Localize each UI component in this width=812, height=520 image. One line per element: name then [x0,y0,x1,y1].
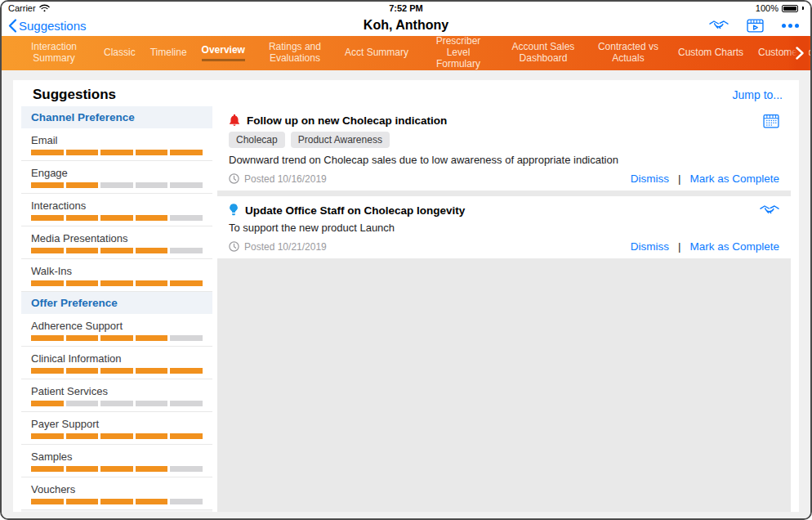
planner-calendar-icon[interactable] [763,114,779,128]
tab-contracted-vs-actuals[interactable]: Contracted vs Actuals [586,38,671,68]
pref-row-payer-support: Payer Support [21,412,212,445]
tag-pill: Product Awareness [291,132,390,148]
media-presentation-icon[interactable] [747,19,764,33]
preference-rating-bar [31,248,203,253]
pref-row-clinical-information: Clinical Information [21,347,212,379]
dismiss-button[interactable]: Dismiss [631,240,669,253]
clock-icon [229,241,239,252]
suggestions-panel: Suggestions Jump to... Channel Preferenc… [13,80,799,512]
action-separator: | [678,173,681,185]
preference-rating-bar [31,401,203,406]
tab-interaction-summary[interactable]: Interaction Summary [11,38,96,68]
preference-rating-bar [31,466,203,472]
suggestion-body: Downward trend on Cholecap sales due to … [229,154,779,166]
clock-time: 7:52 PM [389,3,423,13]
tab-custom-charts[interactable]: Custom Charts [671,44,751,62]
jump-to-link[interactable]: Jump to... [733,88,783,101]
tag-pill: Cholecap [229,132,285,148]
tab-account-sales-dashboard[interactable]: Account Sales Dashboard [501,38,586,68]
preference-rating-bar [31,280,203,286]
battery-icon [782,5,798,12]
mark-complete-button[interactable]: Mark as Complete [689,173,779,185]
preference-rating-bar [31,433,203,439]
action-separator: | [678,240,681,253]
handshake-icon[interactable] [709,19,729,33]
alert-bell-icon [229,114,240,127]
suggestion-title: Update Office Staff on Cholecap longevit… [245,204,465,217]
carrier-label: Carrier [8,3,36,13]
preference-rating-bar [31,150,203,155]
battery-percent: 100% [756,3,779,13]
page-background: Suggestions Jump to... Channel Preferenc… [2,70,810,518]
more-icon[interactable] [782,24,799,28]
preferences-sidebar: Channel Preference Email Engage Interact… [21,106,212,512]
suggestion-card[interactable]: Update Office Staff on Cholecap longevit… [217,196,791,258]
pref-row-samples: Samples [21,445,212,477]
nav-bar: Suggestions Koh, Anthony [2,15,810,36]
dismiss-button[interactable]: Dismiss [631,173,669,185]
pref-row-interactions: Interactions [21,194,212,226]
pref-row-engage: Engage [21,161,212,194]
lightbulb-icon [229,204,239,217]
wifi-icon [39,4,50,12]
tab-acct-summary[interactable]: Acct Summary [337,44,416,62]
handshake-icon[interactable] [760,204,779,217]
preference-rating-bar [31,215,203,221]
suggestions-list: Follow up on new Cholecap indication [217,106,791,512]
preference-rating-bar [31,368,203,374]
tab-ratings-evaluations[interactable]: Ratings and Evaluations [252,38,337,68]
tab-overflow-chevron-icon[interactable] [787,36,809,70]
tab-timeline[interactable]: Timeline [143,44,194,62]
posted-date: Posted 10/16/2019 [244,173,327,185]
pref-row-vouchers: Vouchers [21,477,212,510]
tab-overview[interactable]: Overview [194,42,252,65]
pref-row-walk-ins: Walk-Ins [21,259,212,292]
sidebar-filler [21,510,212,512]
back-label: Suggestions [19,19,87,33]
page-title: Suggestions [33,87,116,103]
posted-date: Posted 10/21/2019 [244,241,327,253]
device-frame: Carrier 7:52 PM 100% Suggestions [0,0,812,520]
preference-rating-bar [31,182,203,188]
preference-rating-bar [31,335,203,341]
page-account-title: Koh, Anthony [2,18,810,33]
pref-row-adherence-support: Adherence Support [21,314,212,347]
tab-classic[interactable]: Classic [96,44,143,62]
preference-rating-bar [31,499,203,504]
back-chevron-icon [8,19,17,33]
pref-row-patient-services: Patient Services [21,379,212,412]
back-button[interactable]: Suggestions [8,19,87,33]
status-bar: Carrier 7:52 PM 100% [2,2,810,15]
section-offer-preference: Offer Preference [21,292,212,314]
tab-prescriber-level-formulary[interactable]: Prescriber Level Formulary [416,36,501,70]
suggestion-body: To support the new product Launch [229,222,779,234]
pref-row-email: Email [21,128,212,161]
mark-complete-button[interactable]: Mark as Complete [689,240,779,253]
section-channel-preference: Channel Preference [21,106,212,128]
pref-row-media-presentations: Media Presentations [21,226,212,259]
suggestion-title: Follow up on new Cholecap indication [247,114,447,127]
clock-icon [229,173,239,184]
suggestion-card[interactable]: Follow up on new Cholecap indication [217,106,791,191]
tab-bar: Interaction Summary Classic Timeline Ove… [2,36,810,70]
main-filler [217,264,791,512]
